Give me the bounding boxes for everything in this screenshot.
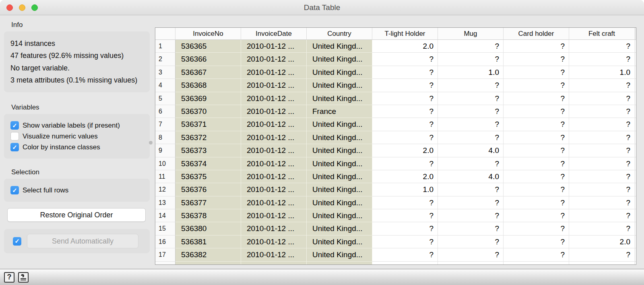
row-number-cell[interactable]: 1	[155, 40, 175, 53]
table-cell[interactable]: 1.0	[372, 183, 438, 196]
minimize-button[interactable]	[19, 4, 25, 11]
table-cell[interactable]: ?	[504, 183, 569, 196]
show-variable-labels-checkbox[interactable]: ✓ Show variable labels (if present)	[10, 121, 143, 130]
table-cell[interactable]: 536371	[175, 118, 241, 131]
row-number-cell[interactable]: 17	[155, 248, 175, 261]
column-header[interactable]: InvoiceNo	[175, 28, 241, 40]
table-cell[interactable]: ?	[569, 196, 635, 209]
table-cell[interactable]: ?	[372, 196, 438, 209]
table-cell[interactable]: 2.0	[569, 235, 635, 248]
table-cell[interactable]: 536373	[175, 144, 241, 157]
table-cell[interactable]: 2010-01-12 ...	[241, 235, 307, 248]
table-cell[interactable]: ?	[504, 118, 569, 131]
table-cell[interactable]: 536380	[175, 222, 241, 235]
table-cell[interactable]: ?	[569, 144, 635, 157]
table-cell[interactable]: ?	[438, 40, 504, 53]
table-cell[interactable]: ?	[569, 222, 635, 235]
row-number-cell[interactable]: 5	[155, 92, 175, 105]
table-cell[interactable]: United Kingd...	[307, 222, 372, 235]
table-cell[interactable]: 2010-01-12 ...	[241, 248, 307, 261]
table-cell[interactable]: ?	[569, 92, 635, 105]
table-cell[interactable]: 2.0	[372, 170, 438, 183]
table-cell[interactable]: 2.0	[372, 40, 438, 53]
column-header[interactable]: Felt craft	[569, 28, 635, 40]
row-number-cell[interactable]: 6	[155, 105, 175, 118]
column-header[interactable]: Mug	[438, 28, 504, 40]
row-number-cell[interactable]: 13	[155, 196, 175, 209]
table-cell[interactable]: ?	[438, 235, 504, 248]
table-cell[interactable]: 536376	[175, 183, 241, 196]
table-cell[interactable]: 536367	[175, 66, 241, 79]
table-cell[interactable]: 2010-01-12 ...	[241, 157, 307, 170]
table-cell[interactable]: 2010-01-12 ...	[241, 53, 307, 66]
table-cell[interactable]: ?	[569, 248, 635, 261]
table-cell[interactable]: 536372	[175, 131, 241, 144]
table-cell[interactable]: ?	[504, 170, 569, 183]
table-cell[interactable]: ?	[569, 40, 635, 53]
row-number-cell[interactable]: 4	[155, 79, 175, 92]
table-cell[interactable]: ?	[372, 105, 438, 118]
table-cell[interactable]: ?	[438, 157, 504, 170]
close-button[interactable]	[6, 4, 13, 11]
table-cell[interactable]: ?	[504, 131, 569, 144]
table-cell[interactable]: 2010-01-12 ...	[241, 209, 307, 222]
row-number-cell[interactable]: 10	[155, 157, 175, 170]
row-number-cell[interactable]: 11	[155, 170, 175, 183]
table-cell[interactable]: ?	[438, 92, 504, 105]
row-number-cell[interactable]: 14	[155, 209, 175, 222]
table-cell[interactable]: 536368	[175, 79, 241, 92]
table-cell[interactable]: 536365	[175, 40, 241, 53]
row-number-cell[interactable]: 2	[155, 53, 175, 66]
table-cell[interactable]: 536369	[175, 92, 241, 105]
table-cell[interactable]: ?	[372, 209, 438, 222]
table-cell[interactable]: ?	[504, 144, 569, 157]
table-cell[interactable]: United Kingd...	[307, 209, 372, 222]
table-cell[interactable]: United Kingd...	[307, 196, 372, 209]
table-cell[interactable]: 2.0	[372, 144, 438, 157]
table-cell[interactable]: ?	[504, 79, 569, 92]
table-cell[interactable]: 536374	[175, 157, 241, 170]
table-cell[interactable]: ?	[569, 183, 635, 196]
table-cell[interactable]: ?	[504, 248, 569, 261]
column-header[interactable]: Country	[307, 28, 372, 40]
table-cell[interactable]: 2010-01-12 ...	[241, 170, 307, 183]
report-icon[interactable]	[18, 272, 29, 283]
table-cell[interactable]: ?	[372, 66, 438, 79]
table-cell[interactable]: ?	[372, 92, 438, 105]
table-cell[interactable]: ?	[569, 105, 635, 118]
table-cell[interactable]: United Kingd...	[307, 53, 372, 66]
table-cell[interactable]: ?	[504, 40, 569, 53]
table-cell[interactable]: 2010-01-12 ...	[241, 144, 307, 157]
table-cell[interactable]: France	[307, 105, 372, 118]
column-header[interactable]: InvoiceDate	[241, 28, 307, 40]
column-header[interactable]: Card holder	[504, 28, 569, 40]
row-number-cell[interactable]: 12	[155, 183, 175, 196]
table-cell[interactable]: ?	[372, 222, 438, 235]
color-by-instance-classes-checkbox[interactable]: ✓ Color by instance classes	[10, 143, 143, 151]
row-number-cell[interactable]: 7	[155, 118, 175, 131]
table-cell[interactable]: ?	[504, 92, 569, 105]
table-cell[interactable]: ?	[372, 118, 438, 131]
row-number-cell[interactable]: 8	[155, 131, 175, 144]
table-cell[interactable]: ?	[372, 157, 438, 170]
table-cell[interactable]: ?	[504, 53, 569, 66]
restore-original-order-button[interactable]: Restore Original Order	[7, 208, 146, 222]
table-cell[interactable]: 1.0	[569, 66, 635, 79]
row-number-cell[interactable]: 15	[155, 222, 175, 235]
table-cell[interactable]: 2010-01-12 ...	[241, 79, 307, 92]
table-cell[interactable]: ?	[438, 105, 504, 118]
table-cell[interactable]: ?	[504, 222, 569, 235]
table-cell[interactable]: 536375	[175, 170, 241, 183]
checkbox-icon[interactable]: ✓	[10, 121, 19, 130]
table-cell[interactable]: ?	[438, 118, 504, 131]
table-cell[interactable]: United Kingd...	[307, 248, 372, 261]
column-header[interactable]: T-light Holder	[372, 28, 438, 40]
table-cell[interactable]: ?	[438, 248, 504, 261]
table-cell[interactable]: 2010-01-12 ...	[241, 105, 307, 118]
checkbox-icon[interactable]: ✓	[10, 186, 19, 194]
table-cell[interactable]: ?	[504, 157, 569, 170]
table-cell[interactable]: United Kingd...	[307, 170, 372, 183]
table-cell[interactable]: ?	[569, 157, 635, 170]
table-cell[interactable]: United Kingd...	[307, 144, 372, 157]
visualize-numeric-values-checkbox[interactable]: ✓ Visualize numeric values	[10, 132, 143, 140]
